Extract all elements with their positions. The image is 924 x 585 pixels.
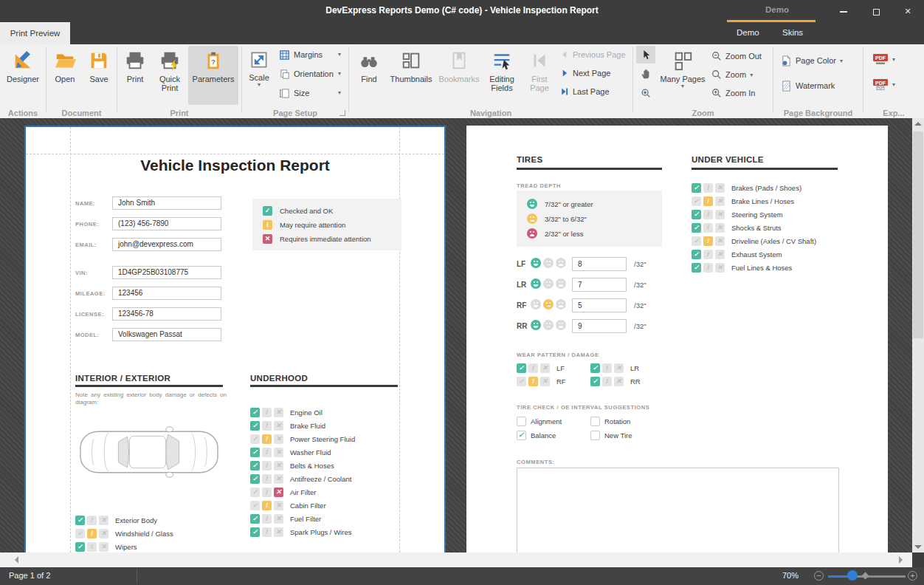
tristate-checkbox[interactable] bbox=[250, 514, 286, 524]
hand-tool-button[interactable] bbox=[636, 65, 655, 83]
tristate-checkbox[interactable] bbox=[692, 250, 727, 259]
find-button[interactable]: Find bbox=[354, 46, 385, 105]
tristate-checkbox[interactable] bbox=[692, 196, 727, 206]
send-pdf-button[interactable]: PDF ▾ bbox=[872, 77, 895, 92]
mileage-field[interactable]: 123456 bbox=[112, 287, 221, 300]
dropdown-icon: ▾ bbox=[681, 83, 684, 89]
tristate-checkbox[interactable] bbox=[250, 408, 286, 417]
tristate-checkbox[interactable] bbox=[590, 363, 626, 373]
size-button[interactable]: Size bbox=[279, 86, 309, 100]
cross-icon bbox=[614, 377, 624, 386]
preview-area[interactable]: Vehicle Inspection Report NAME: John Smi… bbox=[0, 118, 924, 552]
phone-field[interactable]: (123) 456-7890 bbox=[112, 217, 221, 230]
scroll-right-icon[interactable] bbox=[899, 556, 903, 564]
tristate-checkbox[interactable] bbox=[517, 363, 552, 373]
tristate-checkbox[interactable] bbox=[250, 488, 286, 497]
tread-depth-input[interactable]: 8 bbox=[572, 257, 627, 271]
report-page-2[interactable]: TIRES TREAD DEPTH 7/32" or greater 3/32"… bbox=[466, 126, 888, 552]
minimize-button[interactable] bbox=[832, 4, 855, 18]
alignment-checkbox[interactable] bbox=[517, 417, 526, 426]
checklist-label: Cabin Filter bbox=[290, 502, 326, 510]
tristate-checkbox[interactable] bbox=[250, 474, 286, 484]
tab-demo[interactable]: Demo bbox=[737, 28, 759, 37]
name-field[interactable]: John Smith bbox=[112, 196, 221, 210]
zoom-in-button[interactable]: Zoom In bbox=[711, 86, 755, 100]
zoom-slider-track[interactable] bbox=[852, 575, 906, 578]
dropdown-icon: ▾ bbox=[892, 82, 895, 87]
license-field[interactable]: 123456-78 bbox=[112, 307, 221, 321]
scale-button[interactable]: Scale ▾ bbox=[244, 46, 274, 105]
dropdown-icon[interactable]: ▾ bbox=[338, 52, 341, 57]
tristate-checkbox[interactable] bbox=[75, 529, 111, 538]
tab-print-preview[interactable]: Print Preview bbox=[0, 22, 70, 44]
dropdown-icon[interactable]: ▾ bbox=[338, 90, 341, 95]
parameters-button[interactable]: ? Parameters bbox=[188, 46, 238, 105]
email-field[interactable]: john@devexpress.com bbox=[112, 238, 221, 251]
zoom-slider-thumb[interactable] bbox=[847, 570, 858, 581]
tristate-checkbox[interactable] bbox=[250, 461, 286, 471]
thumbnails-button[interactable]: Thumbnails bbox=[387, 46, 435, 105]
tristate-checkbox[interactable] bbox=[692, 210, 727, 219]
tread-rating[interactable] bbox=[531, 278, 568, 292]
tristate-checkbox[interactable] bbox=[692, 263, 727, 273]
tab-skins[interactable]: Skins bbox=[782, 28, 803, 37]
rotation-checkbox[interactable] bbox=[590, 417, 600, 426]
watermark-button[interactable]: Watermark bbox=[781, 78, 835, 93]
close-button[interactable]: ✕ bbox=[897, 4, 919, 18]
horizontal-scrollbar[interactable] bbox=[0, 552, 912, 567]
pointer-tool-button[interactable] bbox=[636, 46, 655, 64]
save-button[interactable]: Save bbox=[83, 46, 114, 105]
legend-item: 2/32" or less bbox=[527, 228, 662, 239]
page-color-button[interactable]: Page Color ▾ bbox=[781, 53, 843, 68]
tristate-checkbox[interactable] bbox=[75, 516, 111, 525]
quick-print-button[interactable]: Quick Print bbox=[152, 46, 187, 105]
tristate-checkbox[interactable] bbox=[250, 421, 286, 431]
vertical-scrollbar-thumb[interactable] bbox=[913, 131, 923, 338]
editing-fields-button[interactable]: Editing Fields bbox=[483, 46, 521, 105]
model-field[interactable]: Volkswagen Passat bbox=[112, 328, 221, 341]
scroll-left-icon[interactable] bbox=[15, 556, 18, 564]
many-pages-button[interactable]: Many Pages ▾ bbox=[660, 46, 706, 105]
tristate-checkbox[interactable] bbox=[250, 448, 286, 457]
minimize-icon bbox=[840, 11, 847, 13]
tristate-checkbox[interactable] bbox=[75, 542, 111, 552]
tristate-checkbox[interactable] bbox=[692, 236, 727, 246]
tread-depth-input[interactable]: 7 bbox=[572, 278, 627, 292]
tread-depth-input[interactable]: 9 bbox=[572, 319, 627, 333]
tristate-checkbox[interactable] bbox=[692, 183, 727, 193]
zoom-region-tool-button[interactable] bbox=[636, 84, 655, 102]
scroll-down-icon[interactable] bbox=[914, 545, 922, 549]
tristate-checkbox[interactable] bbox=[517, 377, 552, 386]
designer-button[interactable]: Designer bbox=[4, 46, 42, 105]
tread-rating[interactable] bbox=[531, 299, 568, 312]
tread-rating[interactable] bbox=[531, 258, 568, 271]
tristate-checkbox[interactable] bbox=[590, 377, 626, 386]
next-page-button[interactable]: Next Page bbox=[560, 66, 610, 81]
zoom-out-button-status[interactable]: − bbox=[814, 571, 824, 581]
zoom-button[interactable]: Zoom ▾ bbox=[711, 67, 753, 82]
tristate-checkbox[interactable] bbox=[692, 223, 727, 233]
vin-field[interactable]: 1D4GP25B03108775 bbox=[112, 266, 221, 279]
zoom-out-button[interactable]: Zoom Out bbox=[711, 49, 762, 64]
dropdown-icon[interactable]: ▾ bbox=[338, 71, 341, 76]
last-page-button[interactable]: Last Page bbox=[560, 84, 610, 99]
open-button[interactable]: Open bbox=[49, 46, 80, 105]
zoom-in-button-status[interactable]: + bbox=[908, 571, 917, 581]
new-tire-checkbox[interactable] bbox=[590, 431, 600, 440]
header-menu-demo[interactable]: Demo bbox=[744, 5, 810, 14]
tristate-checkbox[interactable] bbox=[250, 434, 286, 444]
margins-button[interactable]: Margins bbox=[279, 47, 323, 62]
orientation-button[interactable]: Orientation bbox=[279, 66, 334, 81]
scroll-up-icon[interactable] bbox=[914, 122, 922, 126]
report-page-1[interactable]: Vehicle Inspection Report NAME: John Smi… bbox=[24, 126, 446, 552]
dialog-launcher-icon[interactable] bbox=[339, 110, 345, 116]
export-pdf-button[interactable]: PDF ▾ bbox=[872, 52, 895, 66]
maximize-button[interactable] bbox=[865, 4, 887, 18]
balance-checkbox[interactable] bbox=[517, 431, 526, 440]
tread-rating[interactable] bbox=[531, 320, 568, 333]
tristate-checkbox[interactable] bbox=[250, 527, 286, 537]
print-button[interactable]: Print bbox=[120, 46, 151, 105]
comments-box[interactable] bbox=[517, 468, 839, 552]
tristate-checkbox[interactable] bbox=[250, 501, 286, 510]
tread-depth-input[interactable]: 5 bbox=[572, 298, 627, 312]
